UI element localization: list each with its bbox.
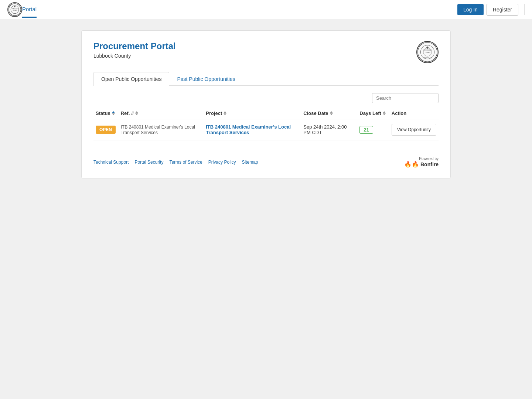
login-button[interactable]: Log In <box>457 4 484 15</box>
bonfire-logo: 🔥🔥 Bonfire <box>404 161 439 168</box>
nav-portal-link[interactable]: Portal <box>22 6 37 18</box>
sort-icon-project <box>224 111 226 115</box>
col-ref: Ref. # <box>119 108 204 119</box>
top-navigation: STATE OF TEXAS Portal Log In Register <box>0 0 532 19</box>
col-close-date: Close Date <box>301 108 357 119</box>
sort-icon-status <box>112 111 115 115</box>
table-body: OPEN ITB 240801 Medical Examiner's Local… <box>93 119 439 140</box>
cell-close-date: Sep 24th 2024, 2:00 PM CDT <box>301 119 357 140</box>
nav-seal-logo: STATE OF TEXAS <box>7 2 22 17</box>
tab-past-opportunities[interactable]: Past Public Opportunities <box>169 72 243 86</box>
table-header: Status Ref. # <box>93 108 439 119</box>
search-area <box>93 93 439 103</box>
portal-footer: Technical Support Portal Security Terms … <box>93 152 439 168</box>
col-action: Action <box>389 108 439 119</box>
cell-action: View Opportunity <box>389 119 439 140</box>
cell-ref: ITB 240801 Medical Examiner's Local Tran… <box>119 119 204 140</box>
powered-by-text: Powered by <box>419 157 439 161</box>
view-opportunity-button[interactable]: View Opportunity <box>392 124 436 136</box>
svg-point-4 <box>14 6 16 7</box>
footer-links: Technical Support Portal Security Terms … <box>93 160 258 165</box>
register-button[interactable]: Register <box>487 4 518 16</box>
sort-icon-days-left <box>383 111 386 115</box>
col-days-left: Days Left <box>357 108 389 119</box>
portal-header: Procurement Portal Lubbock County STATE … <box>93 41 439 63</box>
footer-link-technical-support[interactable]: Technical Support <box>93 160 129 165</box>
nav-divider <box>524 4 525 15</box>
cell-project: ITB 240801 Medical Examiner’s Local Tran… <box>204 119 301 140</box>
svg-text:LUBBOCK CO.: LUBBOCK CO. <box>423 57 432 59</box>
svg-text:STATE OF: STATE OF <box>423 50 432 51</box>
powered-by-block: Powered by 🔥🔥 Bonfire <box>404 157 439 168</box>
search-input[interactable] <box>372 93 439 103</box>
sort-icon-ref <box>135 111 138 115</box>
svg-text:STATE OF: STATE OF <box>11 8 18 9</box>
sort-icon-close-date <box>330 111 333 115</box>
footer-link-terms[interactable]: Terms of Service <box>169 160 202 165</box>
close-date-value: Sep 24th 2024, 2:00 PM CDT <box>303 124 347 135</box>
cell-status: OPEN <box>93 119 119 140</box>
table-row: OPEN ITB 240801 Medical Examiner's Local… <box>93 119 439 140</box>
days-left-badge: 21 <box>359 126 373 134</box>
main-wrapper: Procurement Portal Lubbock County STATE … <box>0 19 532 190</box>
bonfire-brand: Bonfire <box>420 161 439 167</box>
footer-link-portal-security[interactable]: Portal Security <box>134 160 163 165</box>
portal-card: Procurement Portal Lubbock County STATE … <box>81 30 451 178</box>
footer-link-sitemap[interactable]: Sitemap <box>242 160 258 165</box>
svg-point-10 <box>426 47 429 49</box>
status-badge: OPEN <box>96 126 116 134</box>
footer-link-privacy[interactable]: Privacy Policy <box>208 160 236 165</box>
tab-bar: Open Public Opportunities Past Public Op… <box>93 72 439 86</box>
portal-title-block: Procurement Portal Lubbock County <box>93 41 176 59</box>
svg-text:TEXAS: TEXAS <box>13 9 17 11</box>
col-project: Project <box>204 108 301 119</box>
ref-value: ITB 240801 Medical Examiner's Local Tran… <box>121 125 195 135</box>
nav-right-actions: Log In Register <box>457 4 525 16</box>
portal-seal: STATE OF TEXAS LUBBOCK CO. <box>416 41 439 63</box>
portal-title: Procurement Portal <box>93 41 176 51</box>
cell-days-left: 21 <box>357 119 389 140</box>
opportunities-table: Status Ref. # <box>93 108 439 140</box>
bonfire-icon: 🔥🔥 <box>404 161 419 168</box>
tab-open-opportunities[interactable]: Open Public Opportunities <box>93 72 169 86</box>
svg-text:TEXAS: TEXAS <box>424 52 430 54</box>
portal-subtitle: Lubbock County <box>93 53 176 59</box>
col-status: Status <box>93 108 119 119</box>
project-link[interactable]: ITB 240801 Medical Examiner’s Local Tran… <box>206 124 291 135</box>
